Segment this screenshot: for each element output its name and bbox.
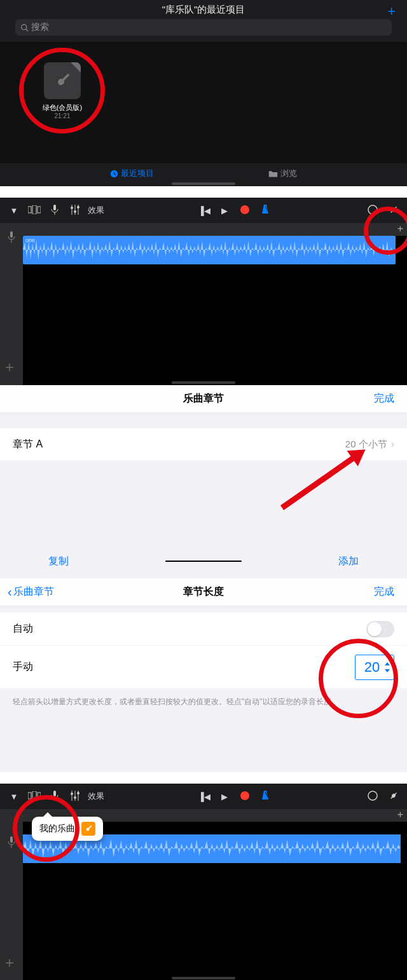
clock-icon — [110, 170, 118, 178]
settings-button[interactable] — [385, 205, 401, 217]
sections-header: 乐曲章节 完成 — [0, 385, 407, 413]
loop-button[interactable] — [365, 790, 380, 803]
mixer-button[interactable] — [67, 791, 83, 803]
svg-rect-16 — [32, 791, 36, 800]
done-button[interactable]: 完成 — [374, 392, 394, 405]
fx-button[interactable]: 效果 — [88, 205, 104, 216]
project-name: 绿色(会员版) — [38, 103, 86, 112]
svg-point-19 — [71, 793, 73, 795]
library-title: "库乐队"的最近项目 — [0, 4, 407, 16]
tracks-view-button[interactable] — [27, 205, 42, 216]
add-track-button[interactable]: + — [5, 361, 18, 374]
auto-label: 自动 — [13, 622, 33, 636]
rewind-button[interactable]: ▐◀ — [197, 206, 212, 215]
editor-toolbar: ▼ 效果 ▐◀ ▶ — [0, 784, 407, 809]
search-input[interactable]: 搜索 — [15, 19, 392, 36]
hint-text: 轻点箭头以增量方式更改长度，或者垂直轻扫按较大的值更改。轻点"自动"以适应您的录… — [0, 689, 407, 715]
home-indicator — [172, 182, 235, 185]
song-sections-panel: 乐曲章节 完成 章节 A 20 个小节 › 复制 添加 — [0, 385, 407, 578]
svg-point-9 — [77, 206, 79, 208]
guitar-icon — [53, 71, 72, 90]
my-songs-label: 我的乐曲 — [39, 823, 75, 834]
waveform — [23, 236, 396, 264]
stepper-down-icon[interactable] — [385, 669, 390, 672]
rewind-button[interactable]: ▐◀ — [197, 792, 212, 801]
tracks-view-button[interactable] — [27, 791, 42, 802]
play-button[interactable]: ▶ — [217, 792, 232, 801]
svg-rect-6 — [53, 205, 56, 210]
sections-footer: 复制 添加 — [0, 552, 407, 571]
manual-label: 手动 — [13, 660, 33, 674]
stepper-up-icon[interactable] — [385, 662, 390, 665]
auto-toggle[interactable] — [366, 621, 394, 637]
search-icon — [20, 24, 29, 32]
tab-recent-label: 最近项目 — [121, 168, 154, 179]
timeline-ruler[interactable]: + — [23, 223, 407, 236]
editor-panel: ▼ 效果 ▐◀ ▶ + one + — [0, 198, 407, 385]
svg-rect-4 — [32, 205, 36, 214]
length-title: 章节长度 — [183, 585, 224, 599]
home-indicator — [172, 381, 235, 384]
guitar-app-icon — [81, 822, 95, 836]
svg-point-11 — [368, 205, 377, 214]
done-button[interactable]: 完成 — [374, 585, 394, 599]
mic-button[interactable] — [47, 205, 62, 217]
play-button[interactable]: ▶ — [217, 206, 232, 215]
add-track-button[interactable]: + — [5, 956, 18, 969]
add-button[interactable]: 添加 — [338, 555, 359, 568]
tab-recent[interactable]: 最近项目 — [110, 166, 154, 181]
dropdown-button[interactable]: ▼ — [6, 206, 22, 215]
svg-point-21 — [77, 792, 79, 794]
sections-title: 乐曲章节 — [183, 392, 224, 405]
my-songs-popup[interactable]: 我的乐曲 — [32, 817, 103, 841]
folder-icon — [268, 170, 278, 178]
project-thumbnail — [44, 62, 81, 99]
track-mic-icon[interactable] — [0, 828, 23, 857]
stepper-value: 20 — [359, 659, 385, 676]
library-panel: "库乐队"的最近项目 + 搜索 绿色(会员版) 21:21 最近项目 浏览 — [0, 0, 407, 186]
auto-row: 自动 — [0, 613, 407, 646]
audio-region[interactable]: one — [23, 236, 396, 264]
svg-point-8 — [74, 210, 76, 213]
chevron-left-icon: ‹ — [8, 585, 12, 599]
new-project-button[interactable]: + — [387, 3, 396, 20]
editor-toolbar: ▼ 效果 ▐◀ ▶ — [0, 198, 407, 223]
svg-point-0 — [22, 24, 27, 29]
svg-point-23 — [368, 791, 377, 800]
project-item[interactable]: 绿色(会员版) 21:21 — [38, 62, 86, 119]
dropdown-button[interactable]: ▼ — [6, 792, 22, 801]
svg-line-1 — [26, 29, 28, 31]
svg-rect-5 — [38, 207, 41, 213]
editor-menu-panel: ▼ 效果 ▐◀ ▶ + 我的乐曲 + — [0, 784, 407, 980]
mic-button[interactable] — [47, 791, 62, 803]
project-time: 21:21 — [38, 112, 86, 119]
metronome-button[interactable] — [258, 205, 273, 217]
manual-row: 手动 20 — [0, 646, 407, 689]
home-indicator — [172, 977, 235, 979]
track-mic-icon[interactable] — [0, 223, 23, 252]
record-button[interactable] — [237, 791, 252, 802]
length-header: ‹ 乐曲章节 章节长度 完成 — [0, 578, 407, 606]
metronome-button[interactable] — [258, 791, 273, 803]
svg-rect-17 — [38, 793, 41, 799]
tab-browse-label: 浏览 — [280, 168, 297, 179]
tab-browse[interactable]: 浏览 — [268, 166, 297, 181]
loop-button[interactable] — [365, 204, 380, 217]
svg-point-20 — [74, 796, 76, 799]
record-button[interactable] — [237, 205, 252, 216]
ruler-plus-button[interactable]: + — [397, 809, 403, 820]
ruler-plus-button[interactable]: + — [397, 223, 403, 235]
copy-button[interactable]: 复制 — [48, 555, 69, 568]
back-button[interactable]: ‹ 乐曲章节 — [8, 585, 54, 599]
svg-rect-24 — [10, 836, 13, 843]
svg-rect-18 — [53, 791, 56, 796]
section-length-panel: ‹ 乐曲章节 章节长度 完成 自动 手动 20 轻点箭头以增量方式更改长度，或者… — [0, 578, 407, 772]
region-label: one — [25, 237, 35, 243]
svg-rect-3 — [28, 207, 31, 213]
mixer-button[interactable] — [67, 205, 83, 217]
fx-button[interactable]: 效果 — [88, 791, 104, 802]
svg-line-13 — [282, 457, 355, 508]
chevron-right-icon: › — [391, 439, 394, 450]
settings-button[interactable] — [385, 791, 401, 803]
manual-stepper[interactable]: 20 — [355, 655, 394, 680]
